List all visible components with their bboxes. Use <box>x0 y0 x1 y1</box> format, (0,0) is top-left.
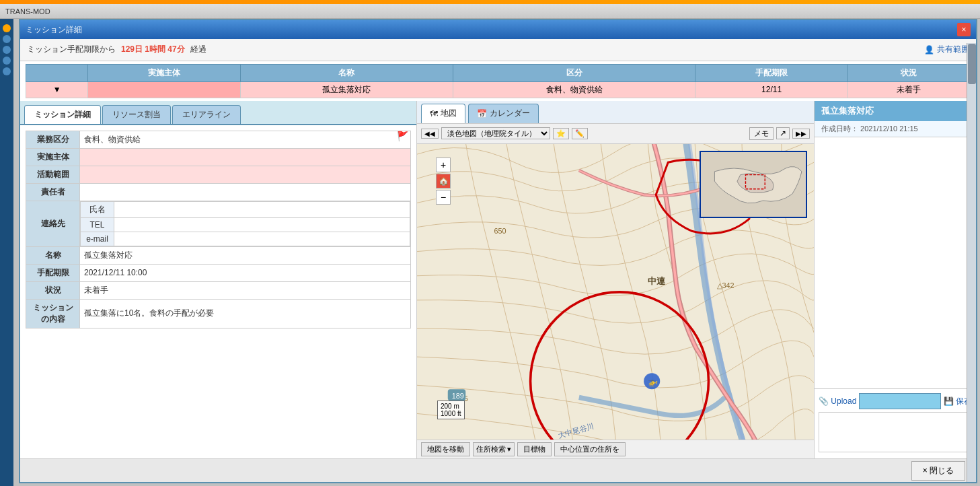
field-value-contact: 氏名 TEL e-mail <box>80 201 411 246</box>
field-label-mission-status: 状況 <box>26 281 80 299</box>
contact-value-name[interactable] <box>114 201 410 217</box>
scale-bar: 200 m 1000 ft <box>437 401 465 419</box>
zoom-in-button[interactable]: + <box>436 158 451 172</box>
svg-text:650: 650 <box>494 227 506 235</box>
upload-icon: 📎 <box>819 396 829 406</box>
elapsed-suffix: 経過 <box>190 44 206 55</box>
orange-accent <box>0 0 980 4</box>
nav-item-4[interactable] <box>3 57 11 65</box>
minimap-inner <box>701 152 806 217</box>
upload-button[interactable]: 📎 Upload <box>819 396 856 406</box>
contact-value-email[interactable] <box>114 232 410 246</box>
address-search-arrow: ▾ <box>507 445 511 454</box>
table-row[interactable]: ▼ 孤立集落対応 食料、物資供給 12/11 未着手 <box>26 81 971 98</box>
tab-mission-detail[interactable]: ミッション詳細 <box>24 105 101 124</box>
mission-detail-dialog: ミッション詳細 × ミッション手配期限から 129日 1時間 47分 経過 👤 … <box>19 19 977 483</box>
field-row-area: 活動範囲 <box>26 166 411 183</box>
tab-area-line[interactable]: エリアライン <box>172 105 241 124</box>
person-icon: 👤 <box>924 45 934 55</box>
nav-item-2[interactable] <box>3 35 11 43</box>
row-name: 孤立集落対応 <box>241 81 453 98</box>
contact-value-tel[interactable] <box>114 217 410 232</box>
field-value-responsible <box>80 183 411 201</box>
tab-calendar[interactable]: 📅 カレンダー <box>468 104 539 123</box>
map-expand-left[interactable]: ◀◀ <box>421 129 439 139</box>
contact-row-name: 氏名 <box>81 201 410 217</box>
nav-item-1[interactable] <box>3 24 11 32</box>
app-title: TRANS-MOD <box>5 7 50 15</box>
row-deadline: 12/11 <box>695 81 848 98</box>
nav-item-3[interactable] <box>3 46 11 54</box>
map-tab-bar: 🗺 地図 📅 カレンダー <box>417 101 814 124</box>
home-button[interactable]: 🏠 <box>436 174 451 188</box>
svg-text:189: 189 <box>452 391 464 399</box>
right-panel-title: 孤立集落対応 <box>821 106 874 116</box>
row-status: 未着手 <box>847 81 970 98</box>
elapsed-bar: ミッション手配期限から 129日 1時間 47分 経過 👤 共有範囲 <box>20 39 976 61</box>
center-address-button[interactable]: 中心位置の住所を <box>554 442 626 456</box>
contact-row-tel: TEL <box>81 217 410 232</box>
contact-label-tel: TEL <box>81 217 114 232</box>
col-implementer: 実施主体 <box>88 64 241 81</box>
detail-tabs: ミッション詳細 リソース割当 エリアライン <box>20 101 416 125</box>
main-content: ミッション詳細 リソース割当 エリアライン 🚩 業務区分 食料、物資供給 実施主… <box>20 101 976 459</box>
map-area: △275 △342 650 405 <box>417 144 814 440</box>
row-expand[interactable]: ▼ <box>26 81 88 98</box>
field-value-mission-content: 孤立集落に10名。食料の手配が必要 <box>80 299 411 328</box>
minimap-svg <box>701 152 806 217</box>
field-label-mission-name: 名称 <box>26 246 80 264</box>
contact-table: 氏名 TEL e-mail <box>80 201 410 246</box>
col-category: 区分 <box>453 64 695 81</box>
tab-map[interactable]: 🗺 地図 <box>421 104 465 123</box>
zoom-out-button[interactable]: − <box>436 190 451 205</box>
map-star-btn[interactable]: ⭐ <box>553 128 569 139</box>
upload-input[interactable] <box>859 393 940 409</box>
flag-icon[interactable]: 🚩 <box>397 131 408 141</box>
upload-area: 📎 Upload 💾 保存 <box>815 388 976 458</box>
share-button[interactable]: 👤 共有範囲 <box>924 44 969 55</box>
col-deadline: 手配期限 <box>695 64 848 81</box>
svg-text:🚁: 🚁 <box>648 376 658 386</box>
map-collapse-right[interactable]: ▶▶ <box>792 129 810 139</box>
svg-text:△342: △342 <box>717 281 734 289</box>
dialog-close-button[interactable]: × <box>957 23 971 36</box>
field-row-mission-content: ミッションの内容 孤立集落に10名。食料の手配が必要 <box>26 299 411 328</box>
right-panel-header: 孤立集落対応 <box>815 101 976 121</box>
field-label-category: 業務区分 <box>26 131 80 148</box>
field-label-implementer: 実施主体 <box>26 148 80 166</box>
dialog-title: ミッション詳細 <box>26 24 82 36</box>
map-draw-btn[interactable]: ✏️ <box>572 128 588 139</box>
elapsed-prefix: ミッション手配期限から <box>27 44 116 55</box>
field-row-mission-status: 状況 未着手 <box>26 281 411 299</box>
field-value-category: 食料、物資供給 <box>80 131 411 148</box>
landmark-button[interactable]: 目標物 <box>517 442 552 456</box>
col-name: 名称 <box>241 64 453 81</box>
center-map-panel: 🗺 地図 📅 カレンダー ◀◀ 淡色地図（地理院タイル） ⭐ ✏️ メモ ↗ <box>417 101 815 459</box>
memo-button[interactable]: メモ <box>749 127 774 140</box>
share-label: 共有範囲 <box>937 44 969 55</box>
right-panel: 孤立集落対応 作成日時： 2021/12/10 21:15 📎 Upload <box>815 101 976 459</box>
created-label: 作成日時： <box>821 125 858 133</box>
address-search-button[interactable]: 住所検索 ▾ <box>473 442 515 456</box>
contact-row-email: e-mail <box>81 232 410 246</box>
field-label-area: 活動範囲 <box>26 166 80 183</box>
field-label-responsible: 責任者 <box>26 183 80 201</box>
app-titlebar: TRANS-MOD <box>0 4 980 19</box>
map-footer: 地図を移動 住所検索 ▾ 目標物 中心位置の住所を <box>417 440 814 458</box>
bottom-bar: × 閉じる <box>20 458 976 482</box>
field-value-area <box>80 166 411 183</box>
comment-textarea[interactable] <box>819 412 972 452</box>
tab-resource-assign[interactable]: リソース割当 <box>102 105 171 124</box>
field-value-mission-status: 未着手 <box>80 281 411 299</box>
move-map-button[interactable]: 地図を移動 <box>421 442 470 456</box>
map-share-btn[interactable]: ↗ <box>776 127 790 139</box>
close-dialog-button[interactable]: × 閉じる <box>911 461 965 481</box>
right-content-scrollbar[interactable] <box>967 137 976 389</box>
map-layer-select[interactable]: 淡色地図（地理院タイル） <box>441 127 550 139</box>
field-row-mission-name: 名称 孤立集落対応 <box>26 246 411 264</box>
row-category: 食料、物資供給 <box>453 81 695 98</box>
field-label-contact: 連絡先 <box>26 201 80 246</box>
nav-item-5[interactable] <box>3 67 11 75</box>
created-date: 2021/12/10 21:15 <box>860 125 918 133</box>
elapsed-value: 129日 1時間 47分 <box>121 44 185 55</box>
